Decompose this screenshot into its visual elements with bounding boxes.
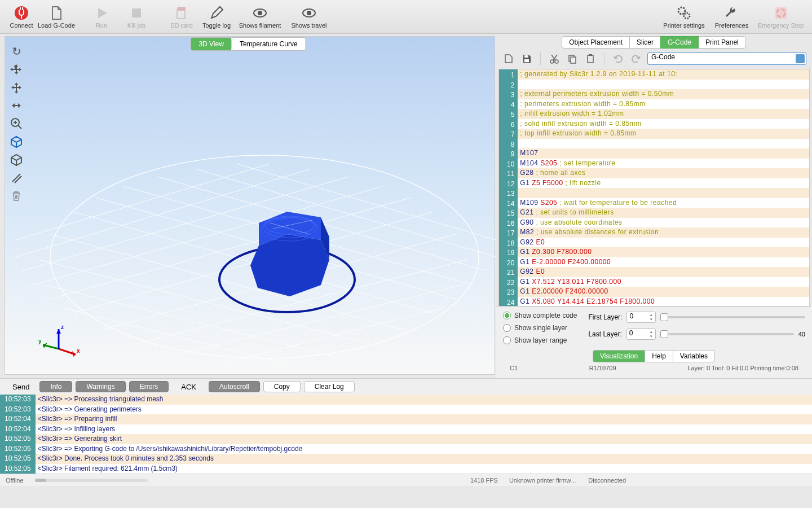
printer-settings-button[interactable]: Printer settings	[659, 1, 709, 32]
pencil-icon	[209, 5, 224, 21]
toggle-log-label: Toggle log	[202, 22, 231, 29]
gcode-type-select[interactable]: G-Code	[647, 52, 806, 65]
gears-icon	[676, 5, 692, 21]
svg-point-6	[307, 11, 311, 15]
cut-icon[interactable]	[548, 52, 561, 65]
shows-filament-label: Shows filament	[239, 22, 281, 29]
svg-text:x: x	[77, 348, 80, 354]
first-layer-input[interactable]: 0▴▾	[626, 312, 656, 323]
run-label: Run	[96, 22, 107, 29]
svg-line-19	[50, 234, 405, 330]
shows-filament-button[interactable]: Shows filament	[235, 1, 285, 32]
connect-label: Connect	[10, 22, 33, 29]
3d-viewport[interactable]: ↻	[5, 36, 495, 375]
axis-gizmo-icon: x y z	[36, 323, 81, 363]
tab-object-placement[interactable]: Object Placement	[562, 36, 630, 49]
load-gcode-label: Load G-Code	[38, 22, 75, 29]
ack-label[interactable]: ACK	[172, 383, 205, 391]
show-single-radio[interactable]: Show single layer	[503, 324, 577, 332]
emergency-stop-label: Emergency Stop	[758, 22, 804, 29]
svg-rect-45	[524, 55, 528, 58]
gcode-toolbar: G-Code	[496, 49, 812, 69]
max-layer-label: 40	[798, 331, 805, 338]
plug-icon	[14, 5, 29, 21]
svg-text:z: z	[61, 324, 64, 330]
log-console[interactable]: 10:52:03<Slic3r> => Processing triangula…	[0, 395, 812, 474]
svg-line-28	[16, 164, 270, 240]
c1-info: C1	[510, 365, 518, 371]
main-toolbar: Connect Load G-Code Run Kill job SD card…	[0, 0, 812, 34]
first-layer-slider[interactable]	[660, 316, 805, 318]
tab-gcode[interactable]: G-Code	[660, 36, 699, 49]
first-layer-label: First Layer:	[588, 313, 622, 321]
console-bar: Send Info Warnings Errors ACK Autoscroll…	[0, 378, 812, 395]
copy-icon[interactable]	[566, 52, 579, 65]
tab-variables[interactable]: Variables	[673, 350, 715, 362]
last-layer-input[interactable]: 0▴▾	[626, 329, 656, 340]
preferences-button[interactable]: Preferences	[710, 1, 753, 32]
toggle-log-button[interactable]: Toggle log	[200, 1, 233, 32]
shows-travel-button[interactable]: Shows travel	[286, 1, 332, 32]
tab-visualization[interactable]: Visualization	[593, 350, 645, 362]
svg-text:y: y	[38, 338, 42, 344]
viewport-tabs: 3D View Temperature Curve	[190, 37, 306, 51]
printer-settings-label: Printer settings	[663, 22, 704, 29]
last-layer-slider[interactable]	[660, 333, 794, 335]
eye-icon	[301, 5, 317, 21]
svg-point-8	[684, 13, 690, 19]
new-file-icon[interactable]	[502, 52, 515, 65]
run-button[interactable]: Run	[85, 1, 118, 32]
autoscroll-button[interactable]: Autoscroll	[209, 381, 260, 392]
copy-button[interactable]: Copy	[263, 381, 301, 392]
svg-rect-51	[588, 55, 593, 63]
status-fps: 1418 FPS	[470, 477, 498, 484]
send-label[interactable]: Send	[6, 383, 36, 391]
svg-rect-46	[524, 59, 529, 62]
info-filter-button[interactable]: Info	[39, 381, 72, 392]
errors-filter-button[interactable]: Errors	[129, 381, 169, 392]
svg-point-7	[678, 7, 685, 14]
status-firmware: Unknown printer firmw…	[509, 477, 577, 484]
load-gcode-button[interactable]: Load G-Code	[39, 1, 73, 32]
undo-icon[interactable]	[611, 52, 625, 65]
sd-card-icon	[174, 5, 189, 21]
clear-log-button[interactable]: Clear Log	[304, 381, 355, 392]
right-tabs: Object Placement Slicer G-Code Print Pan…	[496, 36, 812, 49]
tab-slicer[interactable]: Slicer	[629, 36, 661, 49]
show-complete-radio[interactable]: Show complete code	[503, 312, 577, 319]
shows-travel-label: Shows travel	[292, 22, 327, 29]
statusbar: Offline 1418 FPS Unknown printer firmw… …	[0, 474, 812, 486]
emergency-icon	[773, 5, 789, 21]
r1-info: R1/10709	[589, 365, 616, 371]
warnings-filter-button[interactable]: Warnings	[76, 381, 125, 392]
status-offline: Offline	[6, 477, 24, 484]
emergency-stop-button[interactable]: Emergency Stop	[754, 1, 807, 32]
svg-rect-52	[589, 54, 592, 56]
save-icon[interactable]	[520, 52, 533, 65]
stop-icon	[129, 5, 144, 21]
svg-line-24	[50, 198, 411, 299]
tab-print-panel[interactable]: Print Panel	[698, 36, 746, 49]
tab-temperature-curve[interactable]: Temperature Curve	[232, 38, 306, 50]
paste-icon[interactable]	[584, 52, 597, 65]
svg-rect-1	[132, 8, 141, 17]
svg-rect-2	[178, 7, 185, 11]
sd-card-label: SD card	[170, 22, 193, 29]
redo-icon[interactable]	[629, 52, 643, 65]
tab-help[interactable]: Help	[645, 350, 673, 362]
right-panel: Object Placement Slicer G-Code Print Pan…	[496, 34, 812, 378]
gcode-editor[interactable]: 123456789101112131415161718192021222324 …	[498, 69, 810, 306]
layer-info: Layer: 0 Tool: 0 Fil:0.0 Printing time:0…	[687, 365, 798, 371]
viewport-panel: 3D View Temperature Curve ↻	[0, 34, 496, 378]
svg-rect-50	[571, 57, 576, 63]
sd-card-button[interactable]: SD card	[165, 1, 198, 32]
show-range-radio[interactable]: Show layer range	[503, 336, 577, 344]
document-icon	[48, 5, 64, 21]
play-icon	[94, 5, 109, 21]
tab-3d-view[interactable]: 3D View	[191, 38, 231, 50]
kill-job-label: Kill job	[127, 22, 145, 29]
svg-line-31	[174, 285, 462, 356]
connect-button[interactable]: Connect	[5, 1, 38, 32]
kill-job-button[interactable]: Kill job	[120, 1, 153, 32]
wrench-icon	[724, 5, 740, 21]
